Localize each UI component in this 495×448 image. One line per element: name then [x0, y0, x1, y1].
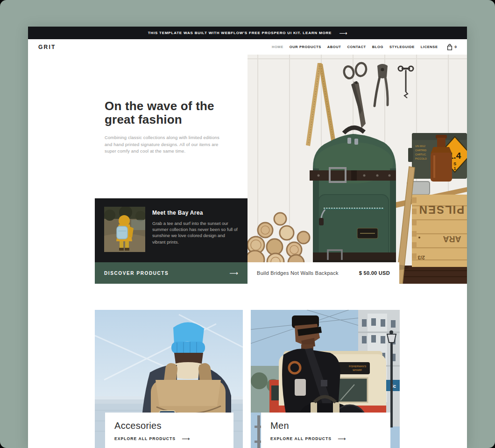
- category-card-men[interactable]: ic F MARKET: [251, 310, 400, 448]
- hero-copy: On the wave of the great fashion Combini…: [105, 99, 227, 155]
- nav-item-home[interactable]: HOME: [272, 45, 283, 49]
- arrow-right-icon: ⟶: [338, 436, 346, 441]
- svg-text:S: S: [453, 161, 456, 166]
- svg-text:2/3: 2/3: [417, 255, 424, 260]
- svg-text:CARTRID: CARTRID: [415, 149, 426, 152]
- announcement-banner[interactable]: THIS TEMPLATE WAS BUILT WITH WEBFLOW'S F…: [28, 27, 467, 39]
- explore-all-products-link[interactable]: EXPLORE ALL PRODUCTS ⟶: [114, 436, 233, 441]
- svg-text:PILSEN: PILSEN: [418, 203, 465, 216]
- wooden-crate: PILSEN ARA 2/3: [412, 195, 467, 267]
- category-card-accessories[interactable]: Accesories EXPLORE ALL PRODUCTS ⟶: [95, 310, 243, 448]
- cart-count: 0: [455, 45, 457, 49]
- nav-item-contact[interactable]: CONTACT: [347, 45, 366, 49]
- hero-title: On the wave of the great fashion: [105, 99, 227, 126]
- svg-text:UN 0012: UN 0012: [415, 145, 425, 147]
- explore-label: EXPLORE ALL PRODUCTS: [270, 436, 332, 441]
- hero-section: On the wave of the great fashion Combini…: [28, 55, 467, 284]
- explore-all-products-link[interactable]: EXPLORE ALL PRODUCTS ⟶: [270, 436, 390, 441]
- discover-products-label: DISCOVER PRODUCTS: [104, 271, 169, 276]
- arrow-right-icon: ⟶: [182, 436, 190, 441]
- site-page: THIS TEMPLATE WAS BUILT WITH WEBFLOW'S F…: [28, 27, 467, 448]
- announcement-text: THIS TEMPLATE WAS BUILT WITH WEBFLOW'S F…: [148, 31, 332, 35]
- cart-button[interactable]: 0: [447, 44, 457, 50]
- arrow-right-icon: ⟶: [229, 270, 238, 277]
- shopping-bag-icon: [447, 44, 453, 50]
- nav-item-about[interactable]: ABOUT: [327, 45, 341, 49]
- nav-item-blog[interactable]: BLOG: [372, 45, 383, 49]
- hero-title-line1: On the wave of the: [105, 99, 227, 113]
- promo-card: Meet the Bay Area Grab a tee and surf in…: [95, 198, 248, 262]
- svg-text:FISHERMAN'S: FISHERMAN'S: [349, 365, 366, 368]
- category-caption-men: Men EXPLORE ALL PRODUCTS ⟶: [261, 413, 390, 448]
- hero-title-line2: great fashion: [105, 113, 227, 126]
- product-price: $ 50.00 USD: [359, 270, 390, 276]
- arrow-right-icon: ⟶: [339, 30, 347, 36]
- promo-title: Meet the Bay Area: [152, 210, 238, 216]
- navbar: GRIT HOME OUR PRODUCTS ABOUT CONTACT BLO…: [28, 39, 467, 55]
- child-backpack-photo: [104, 207, 145, 252]
- svg-text:PICCOLO: PICCOLO: [415, 157, 427, 160]
- nav-item-license[interactable]: LICENSE: [421, 45, 438, 49]
- category-cards-row: Accesories EXPLORE ALL PRODUCTS ⟶: [95, 310, 467, 448]
- hero-photo-backpack-wall: UN 0012 CARTRID CARTUC. PICCOLO 1.4 S 1: [248, 55, 467, 284]
- nav-item-our-products[interactable]: OUR PRODUCTS: [290, 45, 321, 49]
- screenshot-root: THIS TEMPLATE WAS BUILT WITH WEBFLOW'S F…: [0, 0, 495, 448]
- category-title: Accesories: [114, 420, 233, 431]
- promo-body: Grab a tee and surf into the sunset our …: [152, 220, 238, 245]
- explore-label: EXPLORE ALL PRODUCTS: [114, 436, 176, 441]
- category-title: Men: [270, 420, 390, 431]
- svg-text:ARA: ARA: [443, 234, 461, 244]
- hero-description: Combining classic collections along with…: [105, 134, 224, 155]
- brand-logo[interactable]: GRIT: [38, 44, 56, 50]
- svg-text:1: 1: [453, 166, 456, 171]
- discover-products-button[interactable]: DISCOVER PRODUCTS ⟶: [95, 262, 248, 284]
- category-caption-accessories: Accesories EXPLORE ALL PRODUCTS ⟶: [105, 413, 233, 448]
- svg-text:CARTUC.: CARTUC.: [415, 153, 427, 156]
- nav-item-styleguide[interactable]: STYLEGUIDE: [389, 45, 415, 49]
- promo-text: Meet the Bay Area Grab a tee and surf in…: [152, 207, 238, 254]
- product-name: Build Bridges Not Walls Backpack: [257, 270, 339, 276]
- nav-menu: HOME OUR PRODUCTS ABOUT CONTACT BLOG STY…: [272, 44, 457, 50]
- svg-text:WHARF: WHARF: [353, 369, 362, 371]
- featured-product-bar[interactable]: Build Bridges Not Walls Backpack $ 50.00…: [248, 262, 399, 284]
